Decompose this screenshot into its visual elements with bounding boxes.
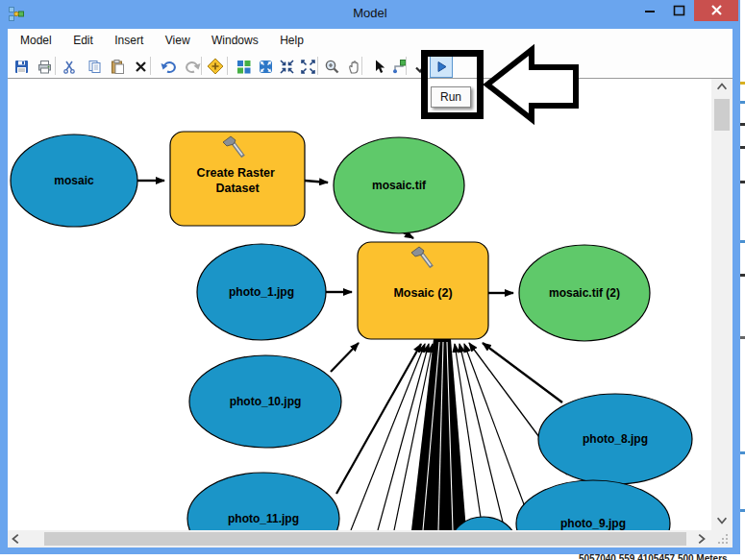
toolbar-separator: [361, 57, 362, 75]
node-photo-11[interactable]: photo_11.jpg: [187, 473, 339, 530]
undo-icon: [161, 59, 177, 75]
close-button[interactable]: [694, 0, 738, 21]
model-canvas[interactable]: mosaic Create Raster Dataset: [8, 79, 711, 530]
full-extent-icon: [258, 59, 274, 75]
connect-button[interactable]: [387, 55, 410, 78]
pan-icon: [346, 59, 362, 75]
undo-button[interactable]: [157, 55, 180, 78]
node-label: Mosaic (2): [393, 286, 452, 300]
node-photo-10[interactable]: photo_10.jpg: [189, 355, 341, 448]
add-data-icon: [207, 58, 224, 75]
paste-button[interactable]: [106, 55, 129, 78]
close-icon: [710, 5, 723, 16]
node-label: photo_9.jpg: [560, 517, 626, 530]
horizontal-scrollbar[interactable]: [8, 530, 711, 548]
delete-icon: [133, 59, 149, 75]
resize-grip[interactable]: [711, 530, 733, 548]
toolbar-separator: [55, 57, 56, 75]
menu-model[interactable]: Model: [12, 29, 61, 54]
fixed-zoom-out-icon: [300, 59, 316, 75]
minimize-icon: [644, 5, 656, 16]
vertical-scrollbar-thumb[interactable]: [714, 99, 730, 131]
select-cursor-icon: [371, 59, 387, 75]
cut-icon: [62, 59, 78, 75]
background-status-bar: 5057040.559 4105457.500 Meters: [0, 554, 745, 560]
node-label-line2: Dataset: [215, 182, 260, 195]
fixed-zoom-in-icon: [279, 59, 295, 75]
node-mosaic-tif[interactable]: mosaic.tif: [334, 137, 464, 233]
node-label: photo_1.jpg: [229, 285, 294, 299]
background-app-sliver: [740, 0, 745, 560]
connect-icon: [391, 59, 408, 75]
copy-icon: [87, 59, 103, 75]
chevron-down-icon: [715, 513, 729, 526]
toolbar-separator: [150, 57, 151, 75]
title-bar[interactable]: Model: [0, 0, 740, 29]
chevron-left-icon: [10, 532, 23, 546]
node-label: photo_8.jpg: [583, 432, 648, 446]
cut-button[interactable]: [58, 55, 81, 78]
save-icon: [13, 59, 30, 75]
redo-icon: [185, 59, 201, 75]
menu-view[interactable]: View: [157, 29, 199, 54]
menu-insert[interactable]: Insert: [106, 29, 152, 54]
toolbar: [8, 54, 733, 79]
node-photo-9[interactable]: photo_9.jpg: [516, 480, 670, 530]
zoom-icon: [324, 59, 340, 75]
minimize-button[interactable]: [636, 0, 663, 21]
resize-grip-icon: [711, 530, 733, 548]
node-mosaic-2[interactable]: Mosaic (2): [358, 242, 488, 339]
scroll-left-button[interactable]: [10, 532, 23, 546]
toolbar-separator: [317, 57, 318, 75]
toolbar-separator: [201, 57, 202, 75]
maximize-icon: [673, 5, 685, 16]
node-mosaic[interactable]: mosaic: [11, 134, 137, 227]
screenshot-root: Model Model Edit Insert View Windows: [0, 0, 745, 560]
status-coordinates: 5057040.559 4105457.500 Meters: [579, 554, 728, 560]
toolbar-separator: [406, 57, 407, 75]
print-icon: [37, 59, 53, 75]
annotation-arrow-left-icon: [481, 43, 582, 125]
toolbar-separator: [227, 57, 228, 75]
vertical-scrollbar[interactable]: [711, 79, 733, 530]
node-label: mosaic.tif: [372, 179, 427, 192]
chevron-up-icon: [715, 81, 729, 94]
fixed-zoom-in-button[interactable]: [275, 55, 298, 78]
node-label-line1: Create Raster: [197, 166, 275, 180]
node-label: mosaic: [54, 174, 94, 187]
print-button[interactable]: [33, 55, 56, 78]
node-create-raster-dataset[interactable]: Create Raster Dataset: [170, 132, 305, 226]
full-extent-button[interactable]: [254, 55, 277, 78]
model-diagram: mosaic Create Raster Dataset: [8, 79, 711, 530]
node-mosaic-tif-2[interactable]: mosaic.tif (2): [519, 245, 650, 341]
maximize-button[interactable]: [665, 0, 692, 21]
scroll-down-button[interactable]: [715, 513, 729, 526]
modelbuilder-window: Model Model Edit Insert View Windows: [0, 0, 740, 554]
delete-button[interactable]: [129, 55, 152, 78]
menu-edit[interactable]: Edit: [64, 29, 102, 54]
auto-layout-button[interactable]: [232, 55, 255, 78]
menu-help[interactable]: Help: [271, 29, 312, 54]
scroll-up-button[interactable]: [715, 81, 729, 94]
add-data-or-tool-button[interactable]: [204, 55, 227, 78]
run-tooltip: Run: [431, 86, 471, 108]
copy-button[interactable]: [83, 55, 106, 78]
menu-bar: Model Edit Insert View Windows Help: [8, 29, 733, 54]
zoom-button[interactable]: [320, 55, 343, 78]
auto-layout-icon: [236, 59, 252, 75]
menu-windows[interactable]: Windows: [203, 29, 267, 54]
node-photo-1[interactable]: photo_1.jpg: [197, 244, 326, 340]
fixed-zoom-out-button[interactable]: [296, 55, 319, 78]
horizontal-scrollbar-thumb[interactable]: [44, 532, 686, 546]
save-button[interactable]: [10, 55, 33, 78]
scroll-right-button[interactable]: [694, 532, 708, 546]
node-label: mosaic.tif (2): [549, 286, 620, 300]
node-photo-8[interactable]: photo_8.jpg: [538, 394, 692, 484]
node-label: photo_10.jpg: [230, 395, 302, 408]
chevron-right-icon: [694, 532, 708, 546]
window-content: Model Edit Insert View Windows Help: [8, 29, 733, 548]
window-title: Model: [0, 6, 740, 20]
node-label: photo_11.jpg: [228, 512, 299, 525]
run-highlight-box: [421, 50, 484, 119]
paste-icon: [110, 59, 126, 75]
